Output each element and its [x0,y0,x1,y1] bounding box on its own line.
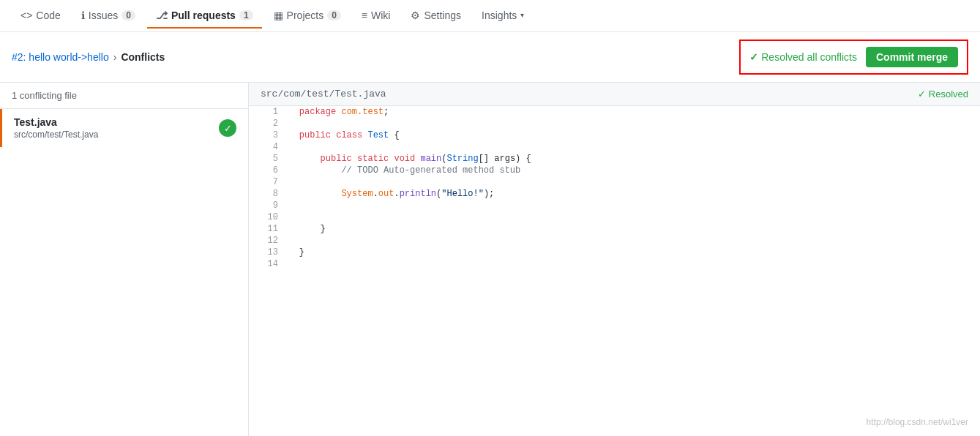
pr-link[interactable]: #2: hello world->hello [12,51,109,63]
code-panel-header: src/com/test/Test.java ✓ Resolved [249,83,980,106]
table-row: 14 [249,258,980,270]
table-row: 12 [249,235,980,247]
resolved-checkmark-icon: ✓ [918,89,926,99]
line-number: 10 [249,211,278,223]
code-icon: <> [20,10,32,21]
line-content: } [278,247,980,258]
nav-item-pull-requests[interactable]: ⎇ Pull requests 1 [147,4,262,29]
settings-icon: ⚙ [411,10,420,21]
nav-item-wiki[interactable]: ≡ Wiki [353,4,400,29]
nav-bar: <> Code ℹ Issues 0 ⎇ Pull requests 1 ▦ P… [0,0,980,32]
line-content: // TODO Auto-generated method stub [278,165,980,176]
projects-badge: 0 [327,10,341,20]
line-content: public static void main(String[] args) { [278,153,980,165]
nav-code-label: Code [36,10,60,21]
table-row: 7 [249,176,980,188]
line-content: System.out.println("Hello!"); [278,188,980,200]
nav-item-issues[interactable]: ℹ Issues 0 [72,4,144,29]
resolved-conflicts-highlight: ✓ Resolved all conflicts Commit merge [739,40,968,75]
nav-settings-label: Settings [424,10,461,21]
table-row: 1 package com.test; [249,106,980,118]
line-number: 2 [249,118,278,129]
table-row: 11 } [249,223,980,235]
line-content: } [278,223,980,235]
nav-item-insights[interactable]: Insights ▾ [473,4,533,29]
insights-dropdown-icon: ▾ [520,11,524,19]
nav-item-code[interactable]: <> Code [12,4,70,29]
issues-badge: 0 [121,10,135,20]
file-item[interactable]: Test.java src/com/test/Test.java ✓ [0,109,248,147]
line-number: 4 [249,141,278,153]
line-content [278,141,980,153]
line-number: 12 [249,235,278,247]
table-row: 3 public class Test { [249,129,980,141]
issues-icon: ℹ [81,10,85,21]
table-row: 10 [249,211,980,223]
line-content: public class Test { [278,129,980,141]
wiki-icon: ≡ [362,10,367,21]
table-row: 4 [249,141,980,153]
main-layout: 1 conflicting file Test.java src/com/tes… [0,83,980,436]
line-number: 6 [249,165,278,176]
commit-merge-button[interactable]: Commit merge [866,47,958,67]
breadcrumb-actions: ✓ Resolved all conflicts Commit merge [739,40,968,75]
sidebar-header: 1 conflicting file [0,83,248,109]
line-content [278,118,980,129]
code-panel: src/com/test/Test.java ✓ Resolved 1 pack… [249,83,980,436]
pull-requests-badge: 1 [239,10,253,20]
line-number: 1 [249,106,278,118]
breadcrumb-current: Conflicts [121,51,165,63]
line-number: 5 [249,153,278,165]
breadcrumb-bar: #2: hello world->hello › Conflicts ✓ Res… [0,32,980,83]
resolved-badge: ✓ Resolved [918,89,968,99]
watermark: http://blog.csdn.net/wi1ver [867,417,968,427]
line-content [278,258,980,270]
resolved-label: Resolved [929,89,968,99]
nav-insights-label: Insights [482,10,517,21]
nav-issues-label: Issues [89,10,118,21]
line-number: 13 [249,247,278,258]
file-resolved-checkmark-icon: ✓ [219,119,236,137]
sidebar: 1 conflicting file Test.java src/com/tes… [0,83,249,436]
line-content [278,211,980,223]
nav-pull-requests-label: Pull requests [171,10,236,21]
file-path: src/com/test/Test.java [14,129,98,140]
line-content [278,176,980,188]
file-name: Test.java [14,116,98,128]
nav-item-settings[interactable]: ⚙ Settings [402,4,470,29]
table-row: 5 public static void main(String[] args)… [249,153,980,165]
checkmark-icon: ✓ [749,51,758,63]
line-number: 14 [249,258,278,270]
nav-item-projects[interactable]: ▦ Projects 0 [265,4,350,29]
table-row: 9 [249,200,980,211]
breadcrumb-sep: › [113,51,117,63]
code-file-path: src/com/test/Test.java [261,89,386,99]
file-item-info: Test.java src/com/test/Test.java [14,116,98,140]
nav-projects-label: Projects [287,10,324,21]
resolved-all-conflicts-text: ✓ Resolved all conflicts [749,51,857,63]
nav-wiki-label: Wiki [371,10,390,21]
line-number: 9 [249,200,278,211]
table-row: 2 [249,118,980,129]
sidebar-file-list: Test.java src/com/test/Test.java ✓ [0,109,248,436]
line-number: 3 [249,129,278,141]
table-row: 6 // TODO Auto-generated method stub [249,165,980,176]
line-content [278,235,980,247]
code-table: 1 package com.test; 2 3 public class Tes… [249,106,980,270]
table-row: 13 } [249,247,980,258]
code-area[interactable]: 1 package com.test; 2 3 public class Tes… [249,106,980,436]
line-content: package com.test; [278,106,980,118]
resolved-all-label: Resolved all conflicts [761,51,857,63]
line-number: 11 [249,223,278,235]
projects-icon: ▦ [274,10,283,21]
line-content [278,200,980,211]
pull-requests-icon: ⎇ [156,10,168,21]
breadcrumb: #2: hello world->hello › Conflicts [12,51,165,63]
line-number: 8 [249,188,278,200]
line-number: 7 [249,176,278,188]
table-row: 8 System.out.println("Hello!"); [249,188,980,200]
